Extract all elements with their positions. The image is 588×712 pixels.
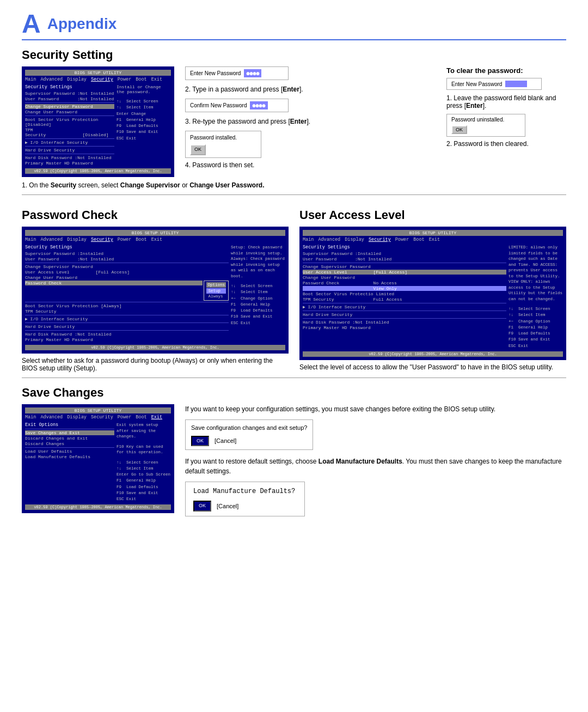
load-defaults-question: Load Manufacture Defaults? [193,486,297,496]
divider-1 [22,194,566,195]
bios-header-1: BIOS SETUP UTILITY [25,70,171,76]
nav-security-2: Security [91,237,113,242]
step3-text: 3. Re-type the password and press [Enter… [185,117,436,126]
pw-check-ual-row: Password Check BIOS SETUP UTILITY Main A… [22,200,566,372]
bios-keys-1: ↑↓ Select Screen ↑↓ Select Item Enter Ch… [117,99,171,142]
nav-display: Display [67,77,87,82]
save-config-dialog: Save configuration changes and exit setu… [185,419,313,450]
bios-section-label-1: Security Settings [25,84,114,90]
nav-power: Power [118,77,132,82]
ual-desc: Select the level of access to allow the … [299,363,566,371]
nav-exit: Exit [151,77,162,82]
save-config-ok-btn[interactable]: OK [191,436,209,447]
appendix-letter: A [22,11,41,37]
confirm-new-pw-field: ●●●● [250,101,267,109]
bios-right-2: Setup: Check password while invoking set… [231,245,285,343]
clear-pw-blank-field [505,81,527,87]
security-setting-row: BIOS SETUP UTILITY Main Advanced Display… [22,66,566,177]
appendix-header: A Appendix [22,11,566,40]
enter-new-pw-label: Enter New Password [190,69,241,77]
password-check-title: Password Check [22,208,289,222]
bios-nav-3: Main Advanced Display Security Power Boo… [303,237,563,242]
save-config-cancel[interactable]: [Cancel] [215,436,236,446]
bios-nav-2: Main Advanced Display Security Power Boo… [25,237,285,242]
nav-advanced: Advanced [40,77,63,82]
security-bios-screen: BIOS SETUP UTILITY Main Advanced Display… [22,66,174,177]
security-steps-col: Enter New Password ●●●● 2. Type in a pas… [185,66,436,177]
step2-text: 2. Type in a password and press [Enter]. [185,84,436,94]
clear-step1-text: 1. Leave the password field blank and pr… [446,94,566,109]
bios-header-2: BIOS SETUP UTILITY [25,230,285,236]
save-bios-screen: BIOS SETUP UTILITY Main Advanced Display… [22,404,174,513]
clear-step2-text: 2. Password is then cleared. [446,140,566,148]
nav-main-2: Main [25,237,36,242]
step4-text: 4. Password is then set. [185,160,436,170]
clear-enter-pw-row: Enter New Password [451,81,537,87]
bios-content-1: Security Settings Supervisor Password :N… [25,84,171,166]
security-setting-section: Security Setting BIOS SETUP UTILITY Main… [22,48,566,189]
nav-exit-2: Exit [151,237,162,242]
save-changes-desc2: If you want to restore default settings,… [185,457,566,476]
bios-footer-2: v02.59 (C)Copyright 1985-2005, American … [25,345,285,350]
enter-new-pw-row: Enter New Password ●●●● [190,69,284,77]
pw-installed-label: Password installed. [190,133,256,142]
pw-check-popup: Options Setup Always [204,281,229,301]
nav-main: Main [25,77,36,82]
confirm-new-pw-label: Confirm New Password [190,101,247,109]
bios-content-2: Security Settings Supervisor Password :I… [25,245,285,343]
pw-check-desc: Select whether to ask for a password dur… [22,357,289,372]
save-changes-section: Save Changes BIOS SETUP UTILITY Main Adv… [22,386,566,516]
clear-enter-pw-dialog: Enter New Password [446,78,542,90]
divider-2 [22,378,566,378]
nav-advanced-2: Advanced [40,237,63,242]
save-config-btns: OK [Cancel] [191,436,307,447]
save-changes-title: Save Changes [22,386,566,400]
save-changes-row: BIOS SETUP UTILITY Main Advanced Display… [22,404,566,516]
bios-left-2: Security Settings Supervisor Password :I… [25,245,229,343]
pw-uninstalled-dialog: Password uninstalled. OK [446,114,525,137]
pw-uninstalled-ok-btn[interactable]: OK [451,125,467,134]
save-config-question: Save configuration changes and exit setu… [191,423,307,433]
nav-boot-2: Boot [136,237,146,242]
nav-power-2: Power [118,237,132,242]
user-access-level-title: User Access Level [299,208,566,222]
save-changes-desc1: If you want to keep your configuration s… [185,404,566,414]
clear-pw-title: To clear the password: [446,66,566,75]
bios-header-3: BIOS SETUP UTILITY [303,230,563,236]
bios-left-1: Security Settings Supervisor Password :N… [25,84,114,166]
clear-pw-col: To clear the password: Enter New Passwor… [446,66,566,177]
password-check-section: Password Check BIOS SETUP UTILITY Main A… [22,200,289,372]
security-setting-title: Security Setting [22,48,566,62]
ual-bios-screen: BIOS SETUP UTILITY Main Advanced Display… [299,227,566,360]
load-defaults-ok-btn[interactable]: OK [193,501,211,512]
bios-footer-1: v02.59 (C)Copyright 1985-2005, American … [25,168,171,174]
nav-boot: Boot [136,77,146,82]
load-defaults-btns: OK [Cancel] [193,501,297,512]
pw-installed-dialog: Password installed. OK [185,131,261,158]
pw-uninstalled-label: Password uninstalled. [451,117,520,123]
clear-enter-pw-label: Enter New Password [451,81,502,87]
enter-new-pw-dialog: Enter New Password ●●●● [185,66,289,80]
bios-nav-1: Main Advanced Display Security Power Boo… [25,77,171,82]
appendix-title: Appendix [47,15,117,33]
security-step1-text: 1. On the Security screen, select Change… [22,181,566,189]
load-defaults-dialog: Load Manufacture Defaults? OK [Cancel] [185,482,305,516]
user-access-level-section: User Access Level BIOS SETUP UTILITY Mai… [299,200,566,372]
confirm-new-pw-dialog: Confirm New Password ●●●● [185,99,289,112]
pw-installed-ok-btn[interactable]: OK [190,144,206,155]
enter-new-pw-field: ●●●● [244,69,261,77]
nav-security: Security [91,77,113,82]
load-defaults-cancel[interactable]: [Cancel] [217,502,238,511]
pw-check-bios-screen: BIOS SETUP UTILITY Main Advanced Display… [22,227,289,354]
confirm-new-pw-row: Confirm New Password ●●●● [190,101,284,109]
save-changes-desc-col: If you want to keep your configuration s… [185,404,566,516]
bios-right-1: Install or Change the password. ↑↓ Selec… [117,84,171,166]
nav-display-2: Display [67,237,87,242]
